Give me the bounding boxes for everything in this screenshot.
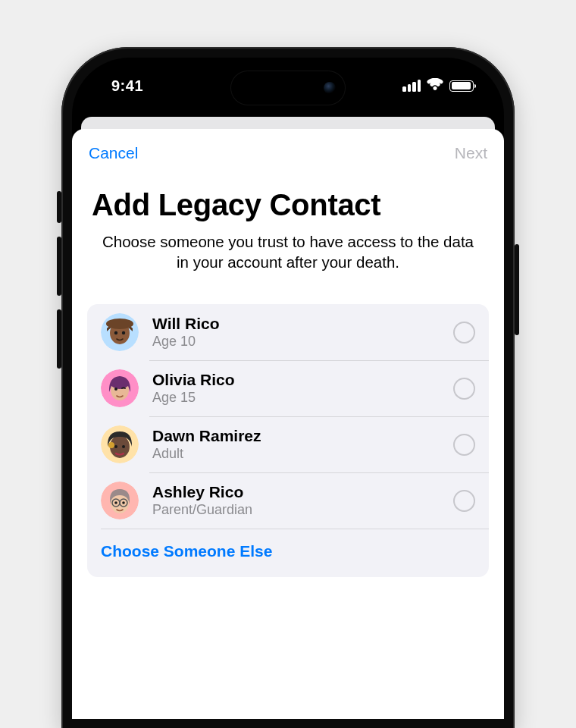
svg-point-2 [106, 318, 133, 329]
svg-point-19 [122, 501, 125, 504]
radio-unselected-icon[interactable] [453, 490, 475, 512]
page-subtitle: Choose someone you trust to have access … [92, 231, 484, 272]
next-button[interactable]: Next [455, 144, 487, 162]
avatar [101, 369, 139, 407]
cellular-icon [402, 80, 421, 92]
contact-row[interactable]: Ashley Rico Parent/Guardian [87, 472, 489, 529]
modal-sheet: Cancel Next Add Legacy Contact Choose so… [72, 129, 504, 719]
svg-point-11 [122, 445, 125, 448]
contact-name: Dawn Ramirez [152, 427, 453, 445]
contact-name: Olivia Rico [152, 371, 453, 389]
contact-row[interactable]: Dawn Ramirez Adult [87, 416, 489, 472]
contact-row[interactable]: Will Rico Age 10 [87, 304, 489, 360]
contact-name: Ashley Rico [152, 483, 453, 501]
contact-subtitle: Adult [152, 446, 453, 462]
page-title: Add Legacy Contact [92, 188, 484, 222]
radio-unselected-icon[interactable] [453, 378, 475, 400]
battery-icon [449, 80, 474, 92]
svg-point-3 [114, 331, 117, 334]
contact-name: Will Rico [152, 315, 453, 333]
status-icons [402, 78, 474, 93]
svg-point-7 [114, 388, 117, 391]
choose-someone-else-button[interactable]: Choose Someone Else [87, 529, 489, 577]
choose-someone-else-label: Choose Someone Else [101, 542, 272, 560]
avatar [101, 482, 139, 519]
svg-point-10 [114, 445, 117, 448]
radio-unselected-icon[interactable] [453, 434, 475, 456]
front-camera [324, 82, 336, 94]
contact-subtitle: Age 15 [152, 390, 453, 406]
avatar [101, 425, 139, 463]
contact-subtitle: Parent/Guardian [152, 502, 453, 518]
radio-unselected-icon[interactable] [453, 322, 475, 344]
sheet-header: Cancel Next [72, 144, 504, 170]
svg-point-18 [114, 501, 117, 504]
cancel-button[interactable]: Cancel [89, 144, 138, 162]
svg-point-4 [122, 331, 125, 334]
contact-list: Will Rico Age 10 Olivia Rico Age 15 [87, 304, 489, 577]
title-block: Add Legacy Contact Choose someone you tr… [72, 170, 504, 272]
status-time: 9:41 [111, 77, 143, 95]
wifi-icon [427, 78, 443, 93]
phone-screen: 9:41 Cancel Next Add Legacy Contact Choo… [72, 58, 504, 719]
avatar [101, 313, 139, 351]
svg-point-12 [108, 442, 114, 448]
contact-subtitle: Age 10 [152, 334, 453, 350]
contact-row[interactable]: Olivia Rico Age 15 [87, 360, 489, 416]
phone-frame: 9:41 Cancel Next Add Legacy Contact Choo… [61, 47, 515, 728]
dynamic-island [231, 71, 345, 105]
